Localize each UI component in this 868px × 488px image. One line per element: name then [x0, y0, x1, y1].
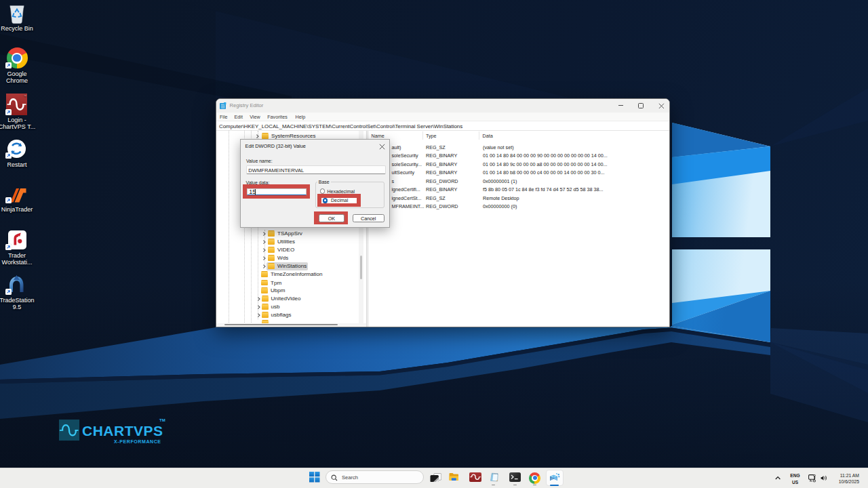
svg-text:™: ™	[24, 94, 26, 98]
